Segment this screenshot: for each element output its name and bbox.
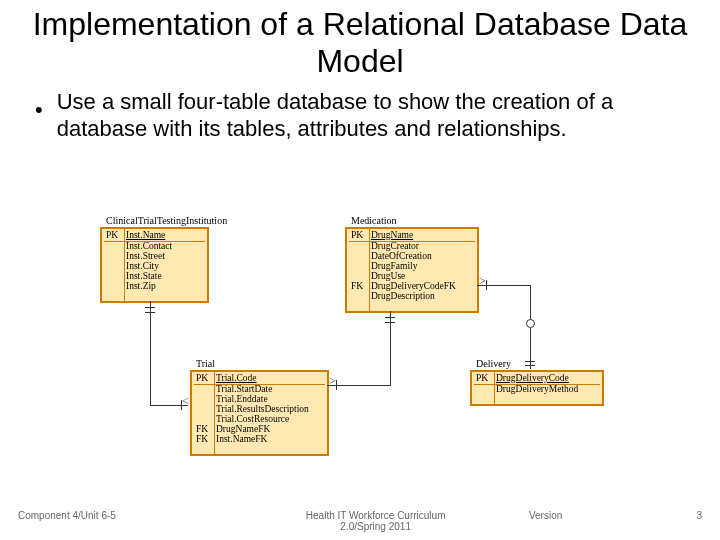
- relationship-tick: [385, 317, 395, 318]
- relationship-tick: [145, 312, 155, 313]
- bullet-dot-icon: •: [35, 96, 43, 124]
- footer-version-label: Version: [529, 510, 672, 532]
- entity-title: Delivery: [476, 358, 511, 369]
- entity-title: ClinicalTrialTestingInstitution: [106, 215, 227, 226]
- entity-institution: ClinicalTrialTestingInstitution PKInst.N…: [100, 227, 209, 303]
- relationship-tick: [525, 361, 535, 362]
- footer: Component 4/Unit 6-5 Health IT Workforce…: [0, 510, 720, 532]
- entity-delivery: Delivery PKDrugDeliveryCode DrugDelivery…: [470, 370, 604, 406]
- bullet-list: • Use a small four-table database to sho…: [0, 80, 720, 143]
- relationship-tick: [385, 322, 395, 323]
- footer-left: Component 4/Unit 6-5: [18, 510, 222, 532]
- erd-diagram: ClinicalTrialTestingInstitution PKInst.N…: [90, 215, 640, 475]
- relationship-tick: [145, 307, 155, 308]
- relationship-tick: [486, 280, 487, 290]
- entity-medication: Medication PKDrugName DrugCreator DateOf…: [345, 227, 479, 313]
- connector-line: [530, 285, 531, 311]
- page-title: Implementation of a Relational Database …: [0, 0, 720, 80]
- bullet-text: Use a small four-table database to show …: [57, 88, 690, 143]
- entity-title: Medication: [351, 215, 397, 226]
- relationship-tick: [525, 365, 535, 366]
- footer-center: Health IT Workforce Curriculum2.0/Spring…: [222, 510, 529, 532]
- bullet-item: • Use a small four-table database to sho…: [35, 88, 690, 143]
- footer-page-number: 3: [672, 510, 702, 532]
- connector-line: [150, 301, 151, 406]
- relationship-tick: [336, 380, 337, 390]
- entity-trial: Trial PKTrial.Code Trial.StartDate Trial…: [190, 370, 329, 456]
- relationship-circle-icon: [526, 319, 535, 328]
- entity-title: Trial: [196, 358, 215, 369]
